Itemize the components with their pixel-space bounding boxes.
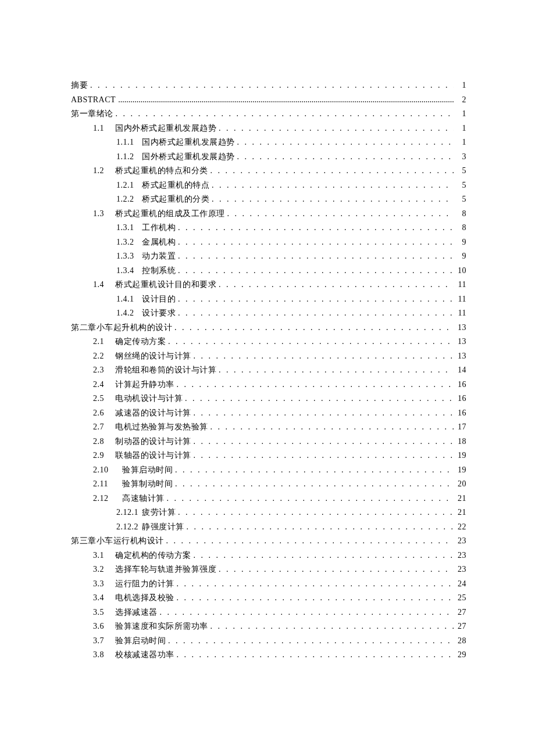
toc-entry-number: 1.3 [93,210,115,218]
toc-entry: 3.5选择减速器27 [71,608,466,617]
toc-leader-dots [194,551,454,560]
toc-leader-dots [178,252,454,260]
toc-entry: 3.3运行阻力的计算24 [71,580,466,588]
toc-entry-number: 1.3.3 [116,252,142,260]
toc-entry: 2.9联轴器的设计与计算19 [71,452,466,460]
toc-entry-page: 5 [456,181,466,189]
toc-entry-page: 23 [456,537,466,545]
toc-entry-title: 第三章小车运行机构设计 [71,537,164,545]
toc-entry-page: 13 [456,324,466,332]
toc-entry-title: 摘要 [71,81,88,89]
toc-entry-page: 16 [456,395,466,403]
toc-entry-title: 第一章绪论 [71,110,113,118]
toc-leader-dots [219,366,454,374]
toc-entry-title: 桥式起重机设计目的和要求 [115,281,216,289]
toc-entry-number: 3.8 [93,651,115,659]
toc-entry-page: 21 [456,508,466,517]
toc-entry-title: 动力装置 [142,252,176,260]
toc-entry-title: 控制系统 [142,267,176,275]
toc-entry: 2.12高速轴计算21 [71,495,466,503]
toc-entry: 2.7电机过热验算与发热验算17 [71,423,466,431]
toc-leader-dots [212,195,454,203]
toc-entry-title: 减速器的设计与计算 [115,409,191,417]
toc-entry-number: 3.2 [93,565,115,574]
toc-leader-dots [177,594,454,602]
toc-entry-page: 8 [456,224,466,232]
toc-entry-page: 11 [456,295,466,303]
toc-entry-page: 29 [456,651,466,659]
toc-entry-number: 1.3.2 [116,238,142,246]
toc-entry: 2.3滑轮组和卷筒的设计与计算14 [71,366,466,374]
toc-leader-dots [178,295,454,303]
toc-entry-page: 5 [456,195,466,203]
toc-entry-title: 确定机构的传动方案 [115,551,191,560]
toc-entry-number: 1.4.1 [116,295,142,303]
toc-entry: 2.4计算起升静功率16 [71,381,466,389]
toc-entry-number: 1.2.2 [116,195,142,203]
toc-entry: 3.8校核减速器功率29 [71,651,466,659]
toc-entry-page: 16 [456,409,466,417]
toc-entry-title: 滑轮组和卷筒的设计与计算 [115,366,216,374]
toc-entry: 1.2桥式起重机的特点和分类5 [71,167,466,175]
toc-entry-number: 2.2 [93,352,115,360]
toc-entry-number: 1.1 [93,124,115,132]
toc-entry-title: 电机过热验算与发热验算 [115,423,208,431]
toc-entry-title: 验算速度和实际所需功率 [115,622,208,630]
toc-entry-number: 1.4.2 [116,309,142,317]
toc-entry-page: 11 [456,281,466,289]
toc-leader-dots [219,124,454,132]
toc-entry-page: 22 [456,523,466,531]
toc-leader-dots [178,309,454,317]
toc-entry-title: 选择减速器 [115,608,158,617]
toc-entry-title: 验算启动时间 [122,466,173,474]
toc-entry-title: 钢丝绳的设计与计算 [115,352,191,360]
table-of-contents: 摘要1ABSTRACT2第一章绪论11.1国内外桥式起重机发展趋势11.1.1国… [71,81,466,659]
toc-entry: 2.1确定传动方案13 [71,338,466,346]
toc-entry-title: 第二章小车起升机构的设计 [71,324,172,332]
toc-entry-page: 9 [456,252,466,260]
toc-entry: 1.4.2设计要求11 [71,309,466,317]
toc-entry: 3.4电机选择及校验25 [71,594,466,602]
toc-leader-dots [177,381,454,389]
toc-entry-title: 验算启动时间 [115,637,166,645]
toc-leader-dots [177,651,454,659]
toc-entry-title: 国内外桥式起重机发展趋势 [115,124,216,132]
toc-entry-title: ABSTRACT [71,96,116,104]
toc-leader-dots [174,324,454,332]
toc-entry: 1.3.4控制系统10 [71,267,466,275]
toc-leader-dots [90,81,454,89]
toc-entry: 2.10验算启动时间19 [71,466,466,474]
toc-leader-dots [194,452,454,460]
toc-entry-title: 桥式起重机的特点 [142,181,209,189]
toc-entry-page: 1 [456,124,466,132]
toc-leader-dots [211,622,454,630]
toc-leader-dots [219,281,454,289]
toc-leader-dots [168,338,454,346]
toc-entry-number: 3.6 [93,622,115,630]
toc-entry: 1.2.1桥式起重机的特点5 [71,181,466,189]
toc-entry-number: 2.1 [93,338,115,346]
toc-entry-page: 20 [456,480,466,488]
toc-entry: 2.12.1疲劳计算21 [71,508,466,517]
toc-entry: 1.1.1国内桥式起重机发展趋势1 [71,138,466,146]
toc-leader-dots [212,181,454,189]
toc-entry-page: 1 [456,110,466,118]
toc-leader-dots [178,224,454,232]
toc-entry-page: 1 [456,138,466,146]
toc-entry-title: 校核减速器功率 [115,651,174,659]
toc-entry-number: 2.8 [93,438,115,446]
toc-entry-title: 设计要求 [142,309,176,317]
toc-leader-dots [211,423,454,431]
toc-entry-page: 16 [456,381,466,389]
toc-entry-page: 5 [456,167,466,175]
toc-entry-page: 25 [456,594,466,602]
toc-entry-title: 电动机设计与计算 [115,395,183,403]
toc-entry-title: 金属机构 [142,238,176,246]
toc-entry: 3.2选择车轮与轨道并验算强度23 [71,565,466,574]
toc-entry-number: 2.4 [93,381,115,389]
toc-entry-number: 2.12 [93,495,122,503]
toc-entry-number: 1.4 [93,281,115,289]
toc-entry: 2.5电动机设计与计算16 [71,395,466,403]
toc-entry-title: 计算起升静功率 [115,381,174,389]
toc-entry-page: 11 [456,309,466,317]
